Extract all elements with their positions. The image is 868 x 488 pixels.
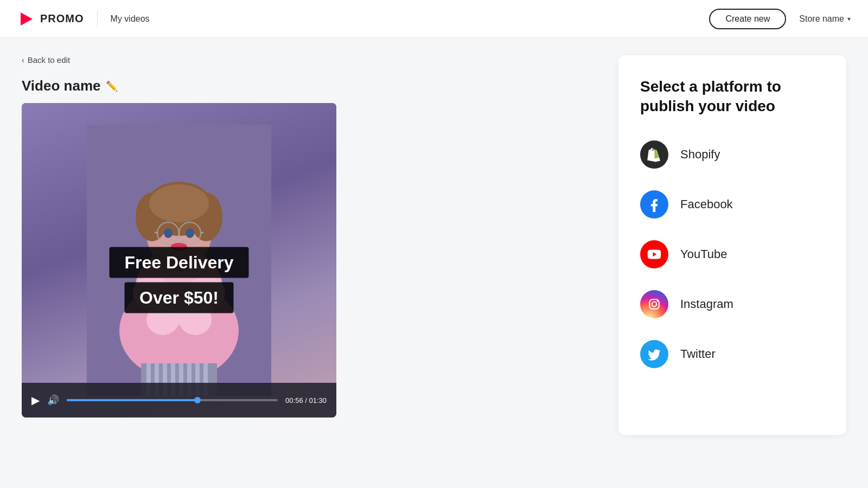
shopify-icon [640, 140, 668, 169]
video-player: Free Delivery Over $50! ▶ 🔊 00:56 / 01:3… [22, 103, 336, 418]
instagram-icon [640, 290, 668, 318]
progress-bar[interactable] [67, 399, 278, 401]
instagram-label: Instagram [680, 297, 733, 311]
facebook-icon [640, 190, 668, 219]
video-overlay-text-1: Free Delivery [109, 247, 248, 278]
platform-item-youtube[interactable]: YouTube [640, 238, 825, 271]
svg-point-20 [164, 228, 173, 238]
platform-item-shopify[interactable]: Shopify [640, 138, 825, 171]
video-name-text: Video name [22, 78, 100, 94]
back-to-edit-link[interactable]: ‹ Back to edit [22, 55, 70, 65]
svg-point-14 [149, 184, 209, 222]
back-to-edit-label: Back to edit [28, 55, 70, 65]
platform-item-instagram[interactable]: Instagram [640, 288, 825, 320]
logo: PROMO [17, 10, 84, 28]
left-panel: ‹ Back to edit Video name ✏️ [22, 55, 597, 471]
time-display: 00:56 / 01:30 [285, 396, 327, 404]
panel-title: Select a platform to publish your video [640, 77, 825, 117]
platform-item-twitter[interactable]: Twitter [640, 338, 825, 370]
video-overlay-text-2: Over $50! [124, 282, 234, 313]
logo-text: PROMO [40, 12, 84, 25]
main-content: ‹ Back to edit Video name ✏️ [0, 38, 868, 488]
twitter-icon [640, 340, 668, 368]
my-videos-link[interactable]: My videos [111, 14, 150, 24]
header-divider [97, 11, 98, 27]
svg-point-21 [186, 228, 194, 238]
platform-item-facebook[interactable]: Facebook [640, 188, 825, 221]
platform-selection-panel: Select a platform to publish your video … [618, 55, 846, 435]
youtube-icon [640, 240, 668, 268]
svg-point-35 [656, 300, 658, 302]
header-right: Create new Store name ▾ [709, 9, 851, 29]
video-background: Free Delivery Over $50! [22, 103, 336, 418]
svg-marker-0 [21, 12, 33, 25]
youtube-label: YouTube [680, 247, 727, 261]
platform-list: Shopify Facebook YouTube [640, 138, 825, 370]
video-controls: ▶ 🔊 00:56 / 01:30 [22, 383, 336, 418]
facebook-label: Facebook [680, 197, 733, 211]
store-name-dropdown[interactable]: Store name ▾ [799, 14, 851, 24]
svg-point-34 [652, 301, 657, 306]
video-name-row: Video name ✏️ [22, 78, 597, 94]
back-arrow-icon: ‹ [22, 56, 24, 65]
create-new-button[interactable]: Create new [709, 9, 786, 29]
progress-dot [194, 397, 201, 403]
volume-button[interactable]: 🔊 [47, 394, 59, 406]
play-button[interactable]: ▶ [31, 394, 40, 407]
shopify-label: Shopify [680, 147, 720, 162]
header: PROMO My videos Create new Store name ▾ [0, 0, 868, 38]
video-text-overlays: Free Delivery Over $50! [109, 247, 248, 313]
promo-logo-icon [17, 10, 35, 28]
twitter-label: Twitter [680, 347, 716, 361]
chevron-down-icon: ▾ [847, 15, 851, 23]
store-name-label: Store name [799, 14, 844, 24]
progress-fill [67, 399, 197, 401]
edit-video-name-icon[interactable]: ✏️ [106, 80, 118, 92]
